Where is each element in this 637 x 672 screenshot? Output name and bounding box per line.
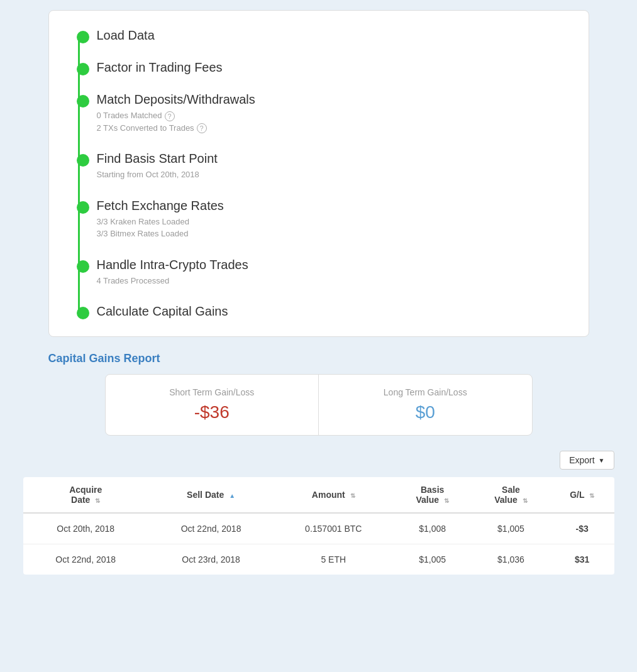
cell-basis-value: $1,008 [393, 513, 472, 544]
timeline-dot-load-data [77, 31, 89, 43]
timeline-title-intra-crypto: Handle Intra-Crypto Trades [97, 258, 566, 272]
cell-amount: 0.157001 BTC [274, 513, 393, 544]
table-row: Oct 22nd, 2018Oct 23rd, 20185 ETH$1,005$… [23, 544, 614, 575]
sort-icon-sale: ⇅ [523, 497, 528, 504]
timeline-title-match-deposits: Match Deposits/Withdrawals [97, 92, 566, 107]
col-amount[interactable]: Amount ⇅ [274, 477, 393, 513]
long-term-label: Long Term Gain/Loss [334, 387, 517, 397]
col-sell-date[interactable]: Sell Date ▲ [148, 477, 274, 513]
timeline-title-basis-start: Find Basis Start Point [97, 151, 566, 166]
timeline-sub-exchange-rates: 3/3 Kraken Rates Loaded3/3 Bitmex Rates … [97, 216, 566, 240]
timeline-dot-exchange-rates [77, 201, 89, 214]
long-term-box: Long Term Gain/Loss $0 [319, 375, 532, 435]
timeline-dot-intra-crypto [77, 260, 89, 273]
sort-icon-basis: ⇅ [444, 497, 449, 504]
cell-sell-date: Oct 23rd, 2018 [148, 544, 274, 575]
cell-basis-value: $1,005 [393, 544, 472, 575]
export-button[interactable]: Export ▼ [560, 451, 614, 470]
col-gl[interactable]: G/L ⇅ [550, 477, 614, 513]
section-title: Capital Gains Report [48, 352, 589, 365]
timeline-item-match-deposits: Match Deposits/Withdrawals0 Trades Match… [97, 92, 566, 134]
timeline-sub-intra-crypto: 4 Trades Processed [97, 275, 566, 287]
help-icon-match-deposits-0[interactable]: ? [165, 111, 175, 121]
help-icon-match-deposits-1[interactable]: ? [197, 123, 207, 133]
timeline-title-exchange-rates: Fetch Exchange Rates [97, 199, 566, 213]
timeline-item-exchange-rates: Fetch Exchange Rates3/3 Kraken Rates Loa… [97, 199, 566, 240]
export-row: Export ▼ [23, 451, 614, 470]
timeline-item-intra-crypto: Handle Intra-Crypto Trades4 Trades Proce… [97, 258, 566, 287]
timeline-dot-match-deposits [77, 95, 89, 107]
cell-sale-value: $1,036 [472, 544, 550, 575]
timeline-title-trading-fees: Factor in Trading Fees [97, 60, 566, 75]
export-label: Export [569, 455, 594, 465]
timeline: Load DataFactor in Trading FeesMatch Dep… [72, 28, 566, 319]
cell-gl: -$3 [550, 513, 614, 544]
cell-sell-date: Oct 22nd, 2018 [148, 513, 274, 544]
timeline-sub-basis-start: Starting from Oct 20th, 2018 [97, 168, 566, 181]
col-sale-value[interactable]: SaleValue ⇅ [472, 477, 550, 513]
short-term-label: Short Term Gain/Loss [121, 387, 304, 397]
col-acquire-date[interactable]: AcquireDate ⇅ [23, 477, 148, 513]
export-arrow-icon: ▼ [599, 457, 605, 464]
sort-icon-sell: ▲ [229, 492, 235, 499]
cell-acquire-date: Oct 20th, 2018 [23, 513, 148, 544]
table-row: Oct 20th, 2018Oct 22nd, 20180.157001 BTC… [23, 513, 614, 544]
col-basis-value[interactable]: BasisValue ⇅ [393, 477, 472, 513]
timeline-dot-trading-fees [77, 63, 89, 75]
timeline-item-load-data: Load Data [97, 28, 566, 43]
short-term-box: Short Term Gain/Loss -$36 [106, 375, 319, 435]
timeline-sub-match-deposits: 0 Trades Matched?2 TXs Converted to Trad… [97, 109, 566, 134]
timeline-dot-capital-gains [77, 307, 89, 319]
sort-icon-amount: ⇅ [350, 492, 355, 499]
cell-amount: 5 ETH [274, 544, 393, 575]
timeline-dot-basis-start [77, 154, 89, 167]
long-term-value: $0 [334, 402, 517, 422]
sort-icon-gl: ⇅ [589, 492, 594, 499]
table-area: Export ▼ AcquireDate ⇅ Sell Date ▲ Amoun… [23, 451, 614, 575]
timeline-item-capital-gains: Calculate Capital Gains [97, 304, 566, 319]
sort-icon-acquire: ⇅ [95, 497, 100, 504]
short-term-value: -$36 [121, 402, 304, 422]
cell-acquire-date: Oct 22nd, 2018 [23, 544, 148, 575]
cell-gl: $31 [550, 544, 614, 575]
timeline-title-load-data: Load Data [97, 28, 566, 43]
timeline-title-capital-gains: Calculate Capital Gains [97, 304, 566, 319]
timeline-item-trading-fees: Factor in Trading Fees [97, 60, 566, 75]
gains-summary-card: Short Term Gain/Loss -$36 Long Term Gain… [105, 374, 533, 436]
cell-sale-value: $1,005 [472, 513, 550, 544]
capital-gains-table: AcquireDate ⇅ Sell Date ▲ Amount ⇅ Basis… [23, 477, 614, 575]
timeline-item-basis-start: Find Basis Start PointStarting from Oct … [97, 151, 566, 181]
table-header-row: AcquireDate ⇅ Sell Date ▲ Amount ⇅ Basis… [23, 477, 614, 513]
progress-card: Load DataFactor in Trading FeesMatch Dep… [48, 10, 589, 337]
